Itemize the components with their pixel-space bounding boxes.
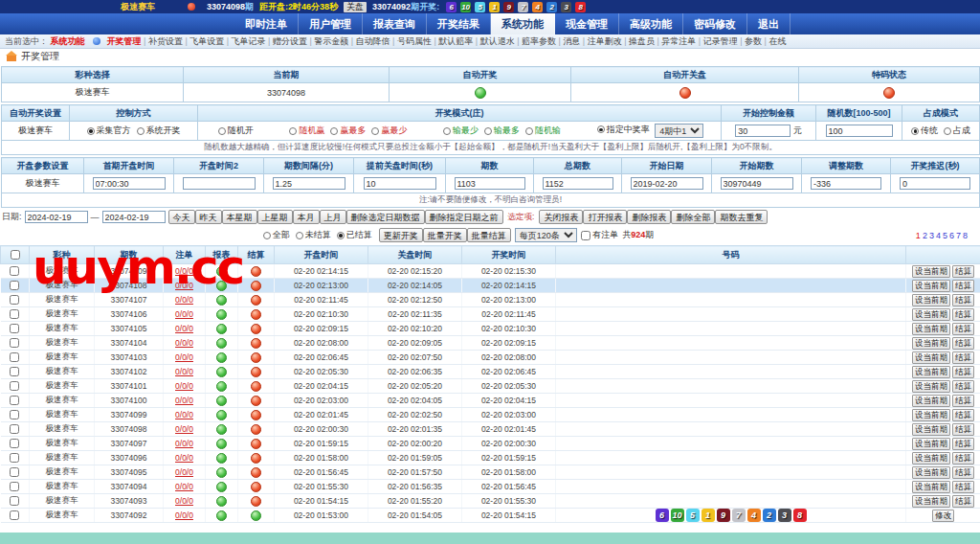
row-action-结算[interactable]: 结算 [952, 495, 974, 508]
row-bets-link[interactable]: 0/0/0 [175, 367, 193, 376]
上星期-button[interactable]: 上星期 [257, 210, 293, 224]
report-status-dot[interactable] [216, 424, 227, 435]
settle-status-dot[interactable] [251, 352, 261, 363]
radio-icon[interactable] [371, 127, 379, 135]
special-status-toggle[interactable] [883, 87, 895, 99]
report-status-dot[interactable] [216, 352, 227, 363]
page-5[interactable]: 5 [943, 231, 947, 240]
本月-button[interactable]: 本月 [293, 210, 320, 224]
start-period-input[interactable] [721, 177, 793, 190]
page-7[interactable]: 7 [956, 231, 961, 240]
row-checkbox[interactable] [10, 309, 19, 319]
row-action-结算[interactable]: 结算 [952, 337, 974, 350]
row-checkbox[interactable] [10, 410, 19, 419]
tab-报表查询[interactable]: 报表查询 [363, 13, 427, 34]
settle-status-dot[interactable] [251, 396, 261, 406]
row-action-结算[interactable]: 结算 [952, 395, 974, 407]
批量结算-button[interactable]: 批量结算 [467, 228, 511, 242]
submenu-item-开奖管理[interactable]: 开奖管理 [107, 36, 142, 46]
row-action-结算[interactable]: 结算 [952, 438, 974, 450]
radio-option-指定中奖率[interactable]: 指定中奖率 [597, 124, 650, 136]
row-action-设当前期[interactable]: 设当前期 [912, 395, 950, 407]
row-action-结算[interactable]: 结算 [952, 466, 974, 479]
row-action-结算[interactable]: 结算 [952, 423, 974, 436]
radio-option-随机赢[interactable]: 随机赢 [289, 125, 324, 137]
submenu-item-消息[interactable]: 消息 [563, 36, 580, 46]
has-bets-checkbox[interactable] [581, 231, 590, 240]
report-status-dot[interactable] [216, 453, 227, 464]
radio-option-赢最多[interactable]: 赢最多 [330, 125, 366, 137]
row-action-设当前期[interactable]: 设当前期 [912, 308, 950, 321]
settle-status-dot[interactable] [251, 510, 261, 521]
submenu-item-默认赔率[interactable]: 默认赔率 [438, 36, 473, 46]
radio-icon[interactable] [87, 127, 95, 135]
row-checkbox[interactable] [10, 338, 19, 348]
page-1[interactable]: 1 [916, 231, 921, 240]
random-number-input[interactable] [826, 125, 893, 137]
submenu-item-赠分设置[interactable]: 赠分设置 [273, 36, 307, 46]
report-status-dot[interactable] [216, 439, 227, 449]
row-bets-link[interactable]: 0/0/0 [175, 482, 193, 491]
删除选定日期数据-button[interactable]: 删除选定日期数据 [346, 210, 425, 224]
row-action-结算[interactable]: 结算 [952, 366, 974, 378]
submenu-item-号码属性[interactable]: 号码属性 [397, 36, 432, 46]
row-action-结算[interactable]: 结算 [952, 294, 974, 306]
date-from-input[interactable] [25, 211, 88, 223]
row-action-设当前期[interactable]: 设当前期 [912, 466, 950, 479]
row-checkbox[interactable] [10, 281, 19, 290]
preclose-input[interactable] [364, 177, 436, 190]
row-action-结算[interactable]: 结算 [952, 280, 974, 292]
settle-status-dot[interactable] [251, 496, 261, 507]
report-status-dot[interactable] [216, 324, 227, 334]
radio-option-随机开[interactable]: 随机开 [218, 125, 254, 137]
period-count-input[interactable] [455, 177, 525, 190]
settle-status-dot[interactable] [251, 381, 261, 392]
row-checkbox[interactable] [10, 381, 19, 391]
row-bets-link[interactable]: 0/0/0 [175, 396, 193, 405]
settle-status-dot[interactable] [251, 467, 261, 478]
row-action-结算[interactable]: 结算 [952, 323, 974, 335]
submenu-item-飞单记录[interactable]: 飞单记录 [232, 36, 266, 46]
row-action-结算[interactable]: 结算 [952, 380, 974, 393]
row-action-设当前期[interactable]: 设当前期 [912, 366, 950, 378]
row-action-设当前期[interactable]: 设当前期 [912, 409, 950, 421]
open-time2-input[interactable] [183, 177, 256, 190]
row-checkbox[interactable] [10, 367, 19, 376]
draw-delay-input[interactable] [900, 177, 970, 190]
row-bets-link[interactable]: 0/0/0 [175, 324, 193, 333]
page-4[interactable]: 4 [936, 231, 941, 240]
今天-button[interactable]: 今天 [168, 210, 195, 224]
settle-status-dot[interactable] [251, 266, 261, 277]
settle-status-dot[interactable] [251, 367, 261, 377]
打开报表-button[interactable]: 打开报表 [583, 210, 627, 224]
radio-icon[interactable] [597, 125, 605, 133]
report-status-dot[interactable] [216, 367, 227, 377]
row-bets-link[interactable]: 0/0/0 [175, 281, 193, 290]
row-checkbox[interactable] [10, 496, 19, 506]
submenu-item-自动降倍[interactable]: 自动降倍 [356, 36, 390, 46]
row-action-设当前期[interactable]: 设当前期 [912, 452, 950, 465]
row-bets-link[interactable]: 0/0/0 [175, 410, 193, 419]
radio-icon[interactable] [484, 127, 492, 135]
关闭报表-button[interactable]: 关闭报表 [539, 210, 583, 224]
row-action-设当前期[interactable]: 设当前期 [912, 265, 950, 278]
submenu-item-赔率参数[interactable]: 赔率参数 [522, 36, 556, 46]
row-action-设当前期[interactable]: 设当前期 [912, 294, 950, 306]
submenu-item-在线[interactable]: 在线 [768, 36, 786, 46]
auto-draw-toggle[interactable] [475, 87, 486, 99]
radio-option-采集官方[interactable]: 采集官方 [87, 125, 131, 137]
删除指定日期之前-button[interactable]: 删除指定日期之前 [425, 210, 503, 224]
radio-option-输最多[interactable]: 输最多 [484, 125, 520, 137]
批量开奖-button[interactable]: 批量开奖 [423, 228, 467, 242]
radio-option-已结算[interactable]: 已结算 [337, 229, 372, 241]
submenu-item-默认退水[interactable]: 默认退水 [480, 36, 515, 46]
radio-option-输最少[interactable]: 输最少 [443, 125, 479, 137]
tab-系统功能[interactable]: 系统功能 [491, 13, 555, 34]
row-action-结算[interactable]: 结算 [952, 308, 974, 321]
submenu-item-记录管理[interactable]: 记录管理 [703, 36, 738, 46]
radio-option-系统开奖[interactable]: 系统开奖 [137, 125, 181, 137]
row-action-设当前期[interactable]: 设当前期 [912, 438, 950, 450]
radio-option-随机输[interactable]: 随机输 [525, 125, 561, 137]
settle-status-dot[interactable] [251, 424, 261, 435]
radio-icon[interactable] [218, 127, 226, 135]
